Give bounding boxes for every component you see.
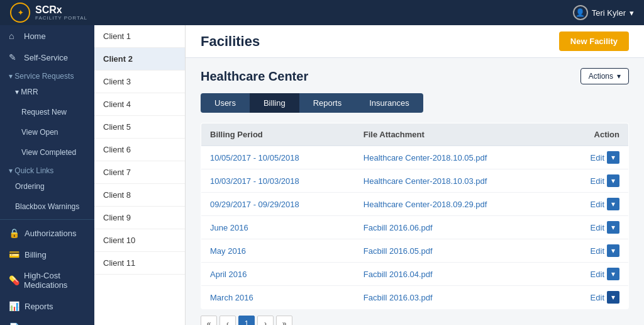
sidebar-item-ordering[interactable]: Ordering <box>0 176 94 197</box>
client-item-7[interactable]: Client 7 <box>94 161 185 184</box>
file-link[interactable]: Facbill 2016.05.pdf <box>364 246 433 256</box>
logo-text-block: SCRx FACILITY PORTAL <box>35 4 87 21</box>
sidebar-item-self-service[interactable]: ✎ Self-Service <box>0 47 94 68</box>
cell-file: Healthcare Center-2018.10.05.pdf <box>355 146 557 169</box>
file-link[interactable]: Facbill 2016.06.pdf <box>364 223 433 232</box>
cell-action: Edit ▾ <box>557 146 628 169</box>
new-facility-button[interactable]: New Facility <box>559 31 629 51</box>
table-row: March 2016 Facbill 2016.03.pdf Edit ▾ <box>201 286 629 309</box>
edit-dropdown-button[interactable]: ▾ <box>607 244 619 257</box>
cell-file: Facbill 2016.03.pdf <box>355 286 557 309</box>
billing-icon: 💳 <box>9 249 19 259</box>
cell-period: 09/29/2017 - 09/29/2018 <box>201 193 355 216</box>
user-chevron-icon: ▾ <box>630 8 634 18</box>
cell-action: Edit ▾ <box>557 216 628 239</box>
tab-insurances[interactable]: Insurances <box>355 93 423 113</box>
table-row: 10/03/2017 - 10/03/2018 Healthcare Cente… <box>201 169 629 193</box>
edit-button[interactable]: Edit <box>588 245 607 257</box>
edit-button[interactable]: Edit <box>588 292 607 304</box>
client-item-4[interactable]: Client 4 <box>94 93 185 116</box>
client-item-6[interactable]: Client 6 <box>94 139 185 161</box>
actions-button[interactable]: Actions ▾ <box>580 68 629 84</box>
sidebar-item-home[interactable]: ⌂ Home <box>0 25 94 47</box>
sidebar-item-authorizations[interactable]: 🔒 Authorizations <box>0 222 94 244</box>
edit-dropdown-button[interactable]: ▾ <box>607 151 619 164</box>
sidebar-label-home: Home <box>24 31 46 41</box>
client-list: Client 1 Client 2 Client 3 Client 4 Clie… <box>94 25 185 325</box>
sidebar-label-quick-links: ▾ Quick Links <box>9 166 53 175</box>
cell-action: Edit ▾ <box>557 239 628 263</box>
facility-name: Healthcare Center <box>201 69 308 84</box>
edit-dropdown-button[interactable]: ▾ <box>607 174 619 187</box>
client-item-9[interactable]: Client 9 <box>94 207 185 229</box>
pagination-prev-button[interactable]: ‹ <box>219 316 236 325</box>
cell-period: April 2016 <box>201 263 355 286</box>
page-title: Facilities <box>201 33 260 50</box>
logo-sub: FACILITY PORTAL <box>35 15 87 21</box>
tab-users[interactable]: Users <box>201 93 250 113</box>
client-item-1[interactable]: Client 1 <box>94 25 185 48</box>
col-billing-period: Billing Period <box>201 123 355 146</box>
sidebar-item-documents[interactable]: 📄 Documents <box>0 317 94 325</box>
high-cost-medications-icon: 💊 <box>9 275 19 285</box>
sidebar-item-high-cost-medications[interactable]: 💊 High-Cost Medications <box>0 265 94 295</box>
client-item-10[interactable]: Client 10 <box>94 229 185 252</box>
edit-dropdown-button[interactable]: ▾ <box>607 221 619 234</box>
client-panel: Client 1 Client 2 Client 3 Client 4 Clie… <box>94 25 186 325</box>
logo-area: ✦ SCRx FACILITY PORTAL <box>10 3 87 23</box>
tab-billing[interactable]: Billing <box>250 93 299 113</box>
edit-button[interactable]: Edit <box>588 175 607 187</box>
file-link[interactable]: Facbill 2016.04.pdf <box>364 270 433 279</box>
user-area[interactable]: 👤 Teri Kyler ▾ <box>573 5 634 20</box>
sidebar-item-request-new[interactable]: Request New <box>0 102 94 122</box>
edit-dropdown-button[interactable]: ▾ <box>607 268 619 280</box>
edit-button[interactable]: Edit <box>588 268 607 280</box>
sidebar-label-authorizations: Authorizations <box>25 229 76 238</box>
cell-period: 10/03/2017 - 10/03/2018 <box>201 169 355 193</box>
edit-dropdown-button[interactable]: ▾ <box>607 198 619 210</box>
tab-reports[interactable]: Reports <box>299 93 356 113</box>
table-row: 10/05/2017 - 10/05/2018 Healthcare Cente… <box>201 146 629 169</box>
file-link[interactable]: Healthcare Center-2018.10.05.pdf <box>364 153 487 162</box>
top-bar: ✦ SCRx FACILITY PORTAL 👤 Teri Kyler ▾ <box>0 0 644 25</box>
file-link[interactable]: Healthcare Center-2018.10.03.pdf <box>364 176 487 186</box>
sidebar-label-ordering: Ordering <box>15 182 45 191</box>
actions-chevron-icon: ▾ <box>617 72 621 81</box>
file-link[interactable]: Facbill 2016.03.pdf <box>364 293 433 302</box>
sidebar-item-blackbox-warnings[interactable]: Blackbox Warnings <box>0 197 94 217</box>
edit-button[interactable]: Edit <box>588 198 607 210</box>
client-item-2[interactable]: Client 2 <box>94 48 185 71</box>
user-avatar-icon: 👤 <box>573 5 588 20</box>
cell-period: March 2016 <box>201 286 355 309</box>
sidebar-label-high-cost-medications: High-Cost Medications <box>24 271 86 290</box>
pagination-first-button[interactable]: « <box>201 316 217 325</box>
client-item-11[interactable]: Client 11 <box>94 252 185 275</box>
cell-action: Edit ▾ <box>557 286 628 309</box>
tab-bar: Users Billing Reports Insurances <box>201 93 629 113</box>
cell-period: June 2016 <box>201 216 355 239</box>
client-item-5[interactable]: Client 5 <box>94 116 185 139</box>
facility-area: Healthcare Center Actions ▾ Users Billin… <box>186 58 644 325</box>
file-link[interactable]: Healthcare Center-2018.09.29.pdf <box>364 200 487 209</box>
client-item-8[interactable]: Client 8 <box>94 184 185 207</box>
page-header: Facilities New Facility <box>186 25 644 58</box>
self-service-icon: ✎ <box>9 52 19 62</box>
pagination-page-1-button[interactable]: 1 <box>238 316 255 325</box>
sidebar-label-reports: Reports <box>25 302 53 311</box>
edit-button[interactable]: Edit <box>588 152 607 164</box>
edit-button[interactable]: Edit <box>588 222 607 234</box>
edit-dropdown-button-active[interactable]: ▾ <box>607 291 619 304</box>
cell-action: Edit ▾ <box>557 263 628 286</box>
sidebar-item-mrr[interactable]: ▾ MRR <box>0 82 94 102</box>
client-item-3[interactable]: Client 3 <box>94 71 185 93</box>
sidebar-item-billing[interactable]: 💳 Billing <box>0 244 94 265</box>
table-body: 10/05/2017 - 10/05/2018 Healthcare Cente… <box>201 146 629 309</box>
cell-file: Facbill 2016.05.pdf <box>355 239 557 263</box>
sidebar-item-view-completed[interactable]: View Completed <box>0 142 94 162</box>
pagination-next-button[interactable]: › <box>257 316 274 325</box>
sidebar-item-reports[interactable]: 📊 Reports <box>0 295 94 317</box>
cell-file: Healthcare Center-2018.10.03.pdf <box>355 169 557 193</box>
user-name: Teri Kyler <box>592 8 626 18</box>
pagination-last-button[interactable]: » <box>276 316 292 325</box>
sidebar-item-view-open[interactable]: View Open <box>0 122 94 142</box>
